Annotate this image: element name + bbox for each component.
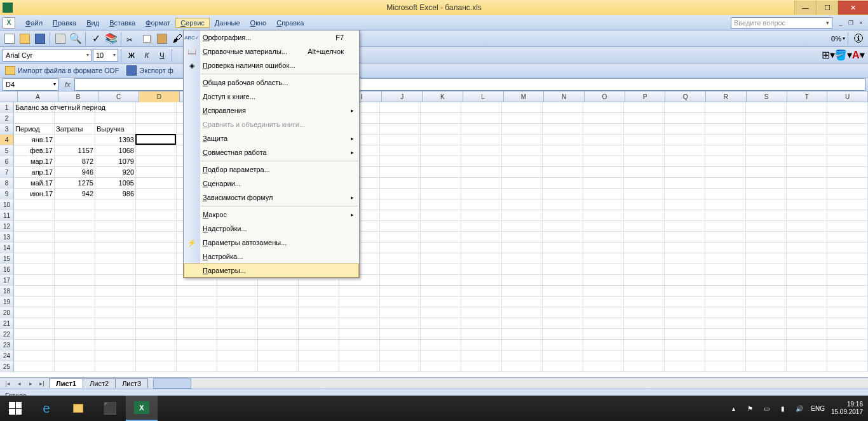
cell-P6[interactable] — [624, 156, 665, 167]
cell-L13[interactable] — [461, 232, 502, 243]
cell-K16[interactable] — [421, 264, 461, 275]
menu-окно[interactable]: Окно — [245, 18, 272, 28]
cell-K12[interactable] — [421, 221, 461, 232]
cell-L5[interactable] — [461, 145, 502, 156]
cell-G21[interactable] — [258, 318, 299, 329]
cell-R25[interactable] — [705, 361, 746, 372]
cell-F22[interactable] — [217, 329, 258, 340]
row-header-16[interactable]: 16 — [0, 264, 14, 275]
cell-Q7[interactable] — [665, 167, 705, 178]
tab-nav-next[interactable]: ▸ — [25, 379, 36, 388]
cell-R24[interactable] — [705, 351, 746, 361]
menu-сервис[interactable]: Сервис — [175, 18, 210, 28]
print-button[interactable] — [53, 32, 67, 46]
cell-E18[interactable] — [177, 286, 217, 297]
spreadsheet-grid[interactable]: ABCDEFGHIJKLMNOPQRSTU 123456789101112131… — [0, 91, 868, 377]
cell-Q14[interactable] — [665, 243, 705, 253]
col-header-A[interactable]: A — [18, 91, 58, 102]
row-header-12[interactable]: 12 — [0, 221, 14, 232]
cell-I18[interactable] — [339, 286, 380, 297]
cell-N21[interactable] — [543, 318, 583, 329]
cell-J11[interactable] — [380, 210, 421, 221]
cell-R21[interactable] — [705, 318, 746, 329]
cell-M21[interactable] — [502, 318, 543, 329]
cell-U11[interactable] — [827, 210, 868, 221]
cell-Q18[interactable] — [665, 286, 705, 297]
cell-S6[interactable] — [746, 156, 787, 167]
cell-I21[interactable] — [339, 318, 380, 329]
cell-A21[interactable] — [14, 318, 55, 329]
cell-O8[interactable] — [583, 178, 624, 189]
cell-R5[interactable] — [705, 145, 746, 156]
cell-C22[interactable] — [95, 329, 136, 340]
cell-K19[interactable] — [421, 297, 461, 307]
cell-J25[interactable] — [380, 361, 421, 372]
fill-color-button[interactable]: 🪣▾ — [836, 48, 850, 62]
horizontal-scrollbar[interactable] — [153, 378, 868, 389]
cell-M10[interactable] — [502, 199, 543, 210]
cell-K23[interactable] — [421, 340, 461, 351]
cell-K21[interactable] — [421, 318, 461, 329]
cell-C25[interactable] — [95, 361, 136, 372]
tray-network-icon[interactable]: ▮ — [778, 403, 788, 413]
col-header-J[interactable]: J — [382, 91, 423, 102]
menu-item-16[interactable]: Надстройки... — [184, 222, 359, 236]
menu-item-2[interactable]: ◈Проверка наличия ошибок... — [184, 58, 359, 72]
cell-P12[interactable] — [624, 221, 665, 232]
cell-E20[interactable] — [177, 307, 217, 318]
cell-C6[interactable]: 1079 — [95, 156, 136, 167]
cell-U25[interactable] — [827, 361, 868, 372]
cell-P17[interactable] — [624, 275, 665, 286]
tab-nav-first[interactable]: |◂ — [3, 379, 13, 388]
format-painter-button[interactable]: 🖌 — [170, 32, 184, 46]
cell-S1[interactable] — [746, 102, 787, 113]
tray-battery-icon[interactable]: ▭ — [761, 403, 771, 413]
cell-L2[interactable] — [461, 113, 502, 124]
row-header-10[interactable]: 10 — [0, 199, 14, 210]
cell-O14[interactable] — [583, 243, 624, 253]
cell-R7[interactable] — [705, 167, 746, 178]
cell-N15[interactable] — [543, 253, 583, 264]
cell-R3[interactable] — [705, 124, 746, 135]
cell-M3[interactable] — [502, 124, 543, 135]
cell-K15[interactable] — [421, 253, 461, 264]
mdi-restore-button[interactable]: ❐ — [846, 18, 855, 27]
cell-T15[interactable] — [787, 253, 827, 264]
cell-L16[interactable] — [461, 264, 502, 275]
cell-N25[interactable] — [543, 361, 583, 372]
cell-E19[interactable] — [177, 297, 217, 307]
cell-J9[interactable] — [380, 189, 421, 199]
cell-A1[interactable]: Баланс за отчетный период — [14, 102, 55, 113]
cell-J5[interactable] — [380, 145, 421, 156]
cell-C12[interactable] — [95, 221, 136, 232]
cell-D5[interactable] — [136, 145, 177, 156]
cell-A10[interactable] — [14, 199, 55, 210]
cell-M22[interactable] — [502, 329, 543, 340]
help-search-box[interactable]: Введите вопрос — [731, 17, 832, 29]
cell-D17[interactable] — [136, 275, 177, 286]
cell-M6[interactable] — [502, 156, 543, 167]
cell-S11[interactable] — [746, 210, 787, 221]
cell-F20[interactable] — [217, 307, 258, 318]
cell-C16[interactable] — [95, 264, 136, 275]
cell-R2[interactable] — [705, 113, 746, 124]
row-header-3[interactable]: 3 — [0, 124, 14, 135]
bold-button[interactable]: Ж — [125, 48, 139, 62]
row-header-21[interactable]: 21 — [0, 318, 14, 329]
cell-U8[interactable] — [827, 178, 868, 189]
cell-U24[interactable] — [827, 351, 868, 361]
cell-Q19[interactable] — [665, 297, 705, 307]
cell-B18[interactable] — [55, 286, 95, 297]
cell-O15[interactable] — [583, 253, 624, 264]
print-preview-button[interactable]: 🔍 — [69, 32, 83, 46]
cell-U12[interactable] — [827, 221, 868, 232]
paste-button[interactable] — [155, 32, 169, 46]
cell-R16[interactable] — [705, 264, 746, 275]
cell-J18[interactable] — [380, 286, 421, 297]
cut-button[interactable] — [125, 32, 139, 46]
menu-item-8[interactable]: Защита▸ — [184, 131, 359, 145]
cell-N19[interactable] — [543, 297, 583, 307]
cell-D7[interactable] — [136, 167, 177, 178]
cell-J8[interactable] — [380, 178, 421, 189]
cell-P14[interactable] — [624, 243, 665, 253]
